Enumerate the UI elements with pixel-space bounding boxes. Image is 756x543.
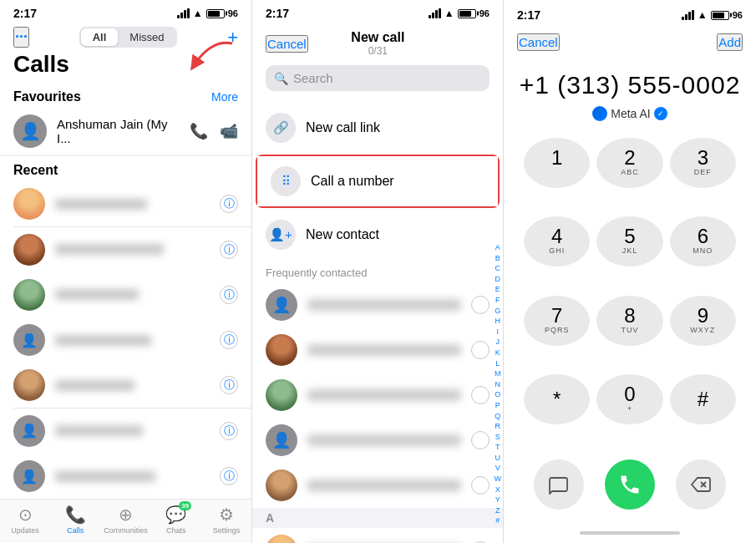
phone-calls: 2:17 ▲ 96 ··· All Missed + Calls (0, 0, 251, 543)
recent-item-5[interactable]: ⓘ (0, 363, 251, 408)
recent-item-2[interactable]: ⓘ (0, 227, 251, 272)
video-call-icon[interactable]: 📹 (220, 122, 238, 140)
dial-key-1[interactable]: 1 (524, 138, 590, 188)
chats-badge-container: 💬 39 (165, 505, 186, 525)
status-bar-2: 2:17 ▲ 96 (252, 0, 503, 23)
cancel-button[interactable]: Cancel (266, 35, 308, 53)
freq-contact-5[interactable] (252, 463, 503, 508)
dialpad-header: Cancel Add (504, 27, 756, 58)
favourite-name: Anshuman Jain (My I... (57, 117, 180, 145)
freq-avatar-3 (266, 379, 297, 411)
phone-call-icon[interactable]: 📞 (190, 122, 208, 140)
signal-icon-1 (177, 8, 190, 18)
freq-contact-2[interactable] (252, 327, 503, 373)
more-dots-button[interactable]: ··· (13, 27, 29, 48)
nav-chats-label: Chats (166, 526, 186, 535)
dial-key-4[interactable]: 4 GHI (524, 216, 590, 266)
wifi-icon-3: ▲ (698, 9, 708, 21)
info-button-2[interactable]: ⓘ (220, 241, 238, 259)
delete-icon (691, 474, 711, 495)
recent-item-3[interactable]: ⓘ (0, 272, 251, 317)
info-button-5[interactable]: ⓘ (220, 376, 238, 394)
freq-avatar-2 (266, 334, 297, 366)
info-button-1[interactable]: ⓘ (220, 195, 238, 213)
communities-icon: ⊕ (119, 505, 133, 525)
wifi-icon-2: ▲ (444, 8, 454, 19)
radio-1[interactable] (471, 296, 490, 314)
add-call-button[interactable]: + (227, 28, 238, 47)
dial-key-0[interactable]: 0 + (596, 374, 662, 424)
search-bar[interactable]: 🔍 Search (266, 65, 490, 91)
freq-contact-1[interactable]: 👤 (252, 282, 503, 327)
delete-action-button[interactable] (676, 459, 726, 510)
new-call-title: New call (351, 30, 404, 45)
nav-communities[interactable]: ⊕ Communities (100, 505, 150, 535)
recent-info-7 (55, 471, 210, 482)
info-button-7[interactable]: ⓘ (220, 467, 238, 485)
favourites-more-button[interactable]: More (211, 90, 238, 104)
nav-updates-label: Updates (11, 526, 39, 535)
recent-info-6 (55, 425, 210, 436)
recent-item-6[interactable]: 👤 ⓘ (0, 409, 251, 454)
a-contact-1[interactable] (252, 528, 503, 543)
recent-name-blurred-6 (55, 425, 143, 436)
recent-info-2 (55, 244, 210, 255)
new-contact-item[interactable]: 👤+ New contact (252, 210, 503, 260)
recent-item-7[interactable]: 👤 ⓘ (0, 454, 251, 499)
calls-icon: 📞 (65, 505, 86, 525)
dial-key-star[interactable]: * (524, 374, 590, 424)
freq-name-2 (307, 344, 461, 356)
freq-contact-4[interactable]: 👤 (252, 418, 503, 463)
recent-title: Recent (13, 163, 58, 177)
recent-name-blurred-2 (55, 244, 164, 255)
call-number-item[interactable]: ⠿ Call a number (257, 156, 498, 206)
call-action-button[interactable] (605, 459, 655, 510)
nav-settings[interactable]: ⚙ Settings (201, 505, 251, 535)
recent-item-1[interactable]: ⓘ (0, 181, 251, 226)
recent-name-blurred-1 (55, 199, 147, 210)
new-call-link-label: New call link (306, 120, 380, 135)
dial-key-3[interactable]: 3 DEF (670, 138, 736, 188)
new-call-link-item[interactable]: 🔗 New call link (252, 103, 503, 153)
info-button-4[interactable]: ⓘ (220, 331, 238, 349)
info-button-6[interactable]: ⓘ (220, 422, 238, 440)
radio-5[interactable] (471, 476, 490, 495)
signal-icon-2 (429, 8, 441, 18)
recent-name-blurred-7 (55, 471, 155, 482)
add-button[interactable]: Add (717, 33, 743, 51)
status-icons-3: ▲ 96 (682, 9, 743, 21)
wifi-icon-1: ▲ (193, 8, 203, 19)
dial-key-2[interactable]: 2 ABC (596, 138, 662, 188)
calls-header: ··· All Missed + Calls (0, 23, 251, 83)
freq-contacted-label: Frequently contacted (266, 266, 367, 279)
radio-3[interactable] (471, 386, 490, 404)
dial-key-9[interactable]: 9 WXYZ (670, 296, 736, 346)
radio-2[interactable] (471, 341, 490, 359)
dial-key-5[interactable]: 5 JKL (596, 216, 662, 266)
new-call-title-block: New call 0/31 (351, 30, 404, 57)
info-button-3[interactable]: ⓘ (220, 286, 238, 304)
message-action-button[interactable] (534, 459, 584, 510)
bottom-nav-1: ⊙ Updates 📞 Calls ⊕ Communities 💬 39 Cha… (0, 499, 251, 543)
tab-group: All Missed (79, 27, 178, 48)
nav-calls[interactable]: 📞 Calls (50, 505, 100, 535)
nav-chats[interactable]: 💬 39 Chats (151, 505, 201, 535)
freq-avatar-5 (266, 469, 297, 501)
recent-item-4[interactable]: 👤 ⓘ (0, 317, 251, 363)
tab-all[interactable]: All (81, 28, 119, 46)
call-icon (618, 473, 642, 496)
dial-key-7[interactable]: 7 PQRS (524, 296, 590, 346)
freq-contact-3[interactable] (252, 373, 503, 418)
tab-missed[interactable]: Missed (118, 28, 175, 46)
dial-key-8[interactable]: 8 TUV (596, 296, 662, 346)
dialpad-cancel-button[interactable]: Cancel (517, 33, 560, 51)
nav-updates[interactable]: ⊙ Updates (0, 505, 50, 535)
meta-ai-text: Meta AI (611, 107, 650, 120)
recent-avatar-2 (13, 234, 45, 266)
dial-key-hash[interactable]: # (670, 374, 736, 424)
status-bar-1: 2:17 ▲ 96 (0, 0, 251, 23)
recent-info-1 (55, 199, 210, 210)
dial-key-6[interactable]: 6 MNO (670, 216, 736, 266)
radio-4[interactable] (471, 431, 490, 449)
updates-icon: ⊙ (18, 505, 33, 525)
